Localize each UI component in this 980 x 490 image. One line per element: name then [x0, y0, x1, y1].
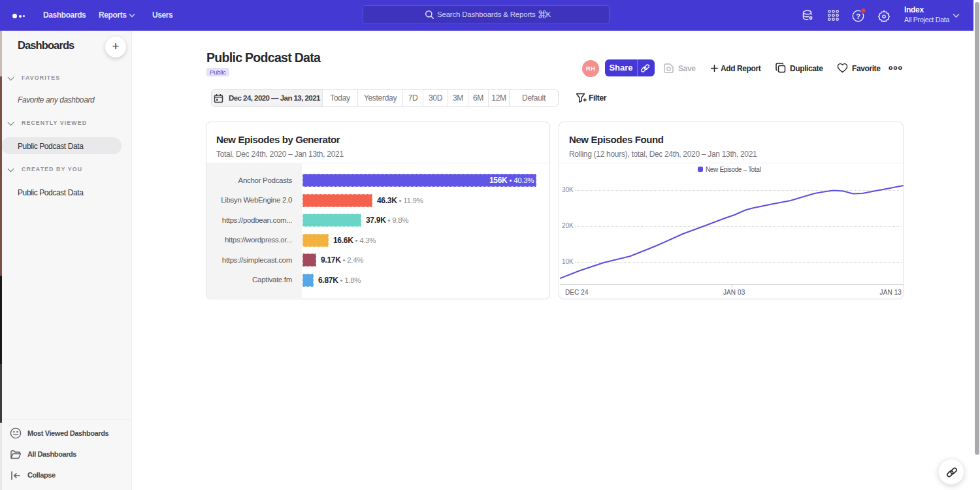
- svg-text:?: ?: [856, 12, 860, 20]
